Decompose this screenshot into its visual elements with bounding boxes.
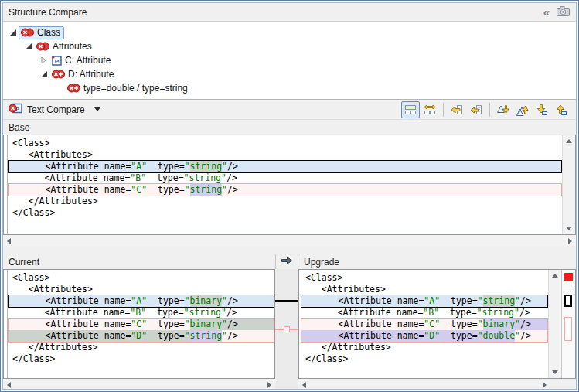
tree-selection[interactable]: Class — [19, 26, 64, 39]
scroll-down-icon[interactable] — [552, 370, 558, 374]
overview-separator — [563, 285, 574, 285]
diff-connector-selected — [275, 300, 298, 302]
previous-difference-button[interactable] — [513, 101, 532, 118]
tree-item[interactable]: Attributes — [3, 39, 576, 53]
overview-ruler — [561, 270, 575, 378]
selected-diff-block[interactable]: <Attribute name="A" type="string"/> — [301, 295, 548, 308]
text-compare-header: e Text Compare — [3, 99, 576, 120]
overview-selected-diff-marker[interactable] — [564, 295, 572, 307]
code-line: <Attribute name="A" type="binary"/> — [9, 295, 274, 307]
compare-editor-content: Structure Compare « ClassAttributeseC: A… — [2, 2, 577, 390]
chevron-expanded-icon[interactable] — [39, 70, 49, 78]
diff-connector-column — [275, 269, 298, 379]
scroll-right-icon[interactable] — [543, 382, 547, 388]
chevron-expanded-icon[interactable] — [8, 29, 19, 36]
code-line: <Attribute name="A" type="string"/> — [9, 161, 561, 172]
code-line: </Attributes> — [8, 196, 562, 207]
selected-diff-block[interactable]: <Attribute name="A" type="string"/> — [8, 160, 562, 173]
scroll-left-icon[interactable] — [7, 238, 11, 244]
tree-item[interactable]: Class — [3, 26, 576, 39]
code-line: <Attribute name="C" type="binary"/> — [301, 319, 547, 330]
code-line: <Class> — [8, 138, 562, 149]
code-line: <Class> — [301, 272, 548, 284]
code-line: <Attribute name="D" type="double"/> — [301, 330, 547, 342]
upgrade-pane-title: Upgrade — [304, 257, 339, 268]
code-line: </Class> — [8, 207, 562, 219]
chevron-right-icon[interactable] — [39, 56, 49, 64]
scroll-down-icon[interactable] — [566, 227, 572, 230]
upgrade-vertical-scrollbar[interactable] — [548, 270, 561, 378]
element-icon: e — [52, 56, 62, 66]
change-direction-cell — [275, 254, 298, 269]
code-line: <Attribute name="C" type="string"/> — [9, 184, 561, 196]
conflict-diff-block[interactable]: <Attribute name="C" type="string"/> — [8, 183, 562, 196]
tree-item[interactable]: D: Attribute — [3, 67, 576, 81]
copy-current-right-to-left-button[interactable] — [467, 101, 485, 118]
code-line: <Attribute name="D" type="string"/> — [9, 330, 274, 342]
scroll-up-icon[interactable] — [552, 274, 558, 278]
current-pane-title: Current — [9, 257, 39, 268]
upgrade-code-area[interactable]: <Class> <Attributes> <Attribute name="A"… — [299, 270, 548, 378]
structure-compare-tree[interactable]: ClassAttributeseC: AttributeD: Attribute… — [3, 22, 576, 99]
snapshot-camera-icon[interactable] — [557, 6, 570, 19]
tree-item[interactable]: eC: Attribute — [3, 53, 576, 67]
scrollbar-gap — [275, 379, 298, 390]
chevron-expanded-icon[interactable] — [23, 43, 34, 50]
code-line: </Class> — [301, 353, 548, 365]
current-editor[interactable]: <Class> <Attributes> <Attribute name="A"… — [3, 269, 275, 379]
ancestor-pane-toggle-button[interactable] — [401, 101, 420, 118]
tree-item-content[interactable]: eC: Attribute — [49, 54, 114, 67]
tree-item[interactable]: type=double / type=string — [3, 81, 576, 95]
pane-splitter[interactable] — [3, 247, 576, 254]
selected-diff-block[interactable]: <Attribute name="A" type="binary"/> — [8, 295, 274, 308]
tree-item-label: Attributes — [53, 41, 92, 52]
bottom-pane-body: <Class> <Attributes> <Attribute name="A"… — [3, 269, 576, 379]
tree-item-content[interactable]: Attributes — [34, 40, 96, 53]
swap-panes-button[interactable] — [421, 101, 439, 118]
tree-item-label: Class — [37, 27, 60, 38]
scroll-right-icon[interactable] — [568, 238, 572, 244]
conflict-diff-block[interactable]: <Attribute name="C" type="binary"/> <Att… — [301, 318, 548, 343]
upgrade-editor[interactable]: <Class> <Attributes> <Attribute name="A"… — [298, 269, 576, 379]
collapse-all-icon[interactable]: « — [543, 6, 550, 18]
code-line: <Attributes> — [8, 149, 562, 161]
scrollbar-corner — [550, 379, 576, 390]
conflict-icon — [36, 42, 49, 51]
code-line: <Class> — [8, 272, 274, 284]
next-difference-button[interactable] — [494, 101, 513, 118]
scroll-left-icon[interactable] — [7, 382, 11, 388]
code-line: <Attributes> — [301, 284, 548, 295]
current-horizontal-scrollbar[interactable] — [3, 379, 275, 390]
change-direction-icon[interactable] — [281, 256, 293, 268]
text-compare-title[interactable]: Text Compare — [27, 104, 85, 115]
tree-item-label: D: Attribute — [68, 69, 114, 80]
scroll-up-icon[interactable] — [566, 139, 572, 143]
overview-conflict-marker[interactable] — [564, 317, 572, 341]
text-compare-icon: e — [9, 103, 22, 116]
tree-item-label: type=double / type=string — [83, 83, 188, 94]
previous-change-button[interactable] — [552, 101, 570, 118]
code-line: </Attributes> — [8, 342, 274, 353]
overview-conflict-indicator[interactable] — [564, 273, 573, 281]
base-editor[interactable]: <Class> <Attributes> <Attribute name="A"… — [3, 135, 576, 235]
base-code-area[interactable]: <Class> <Attributes> <Attribute name="A"… — [8, 135, 562, 234]
chevron-down-icon[interactable] — [94, 107, 100, 111]
next-change-button[interactable] — [533, 101, 551, 118]
code-line: <Attribute name="B" type="string"/> — [301, 307, 548, 319]
base-horizontal-scrollbar[interactable] — [3, 235, 576, 247]
code-line: <Attribute name="A" type="string"/> — [301, 295, 547, 307]
conflict-add-icon — [67, 84, 80, 93]
conflict-add-icon — [52, 70, 65, 79]
base-vertical-scrollbar[interactable] — [562, 135, 575, 234]
copy-all-right-to-left-button[interactable] — [448, 101, 466, 118]
upgrade-pane-label: Upgrade — [298, 254, 576, 269]
conflict-diff-block[interactable]: <Attribute name="C" type="binary"/> <Att… — [8, 318, 274, 343]
scroll-right-icon[interactable] — [267, 382, 271, 388]
scroll-left-icon[interactable] — [302, 382, 306, 388]
tree-item-content[interactable]: D: Attribute — [49, 68, 118, 81]
conflict-connector-handle[interactable] — [284, 326, 290, 332]
current-code-area[interactable]: <Class> <Attributes> <Attribute name="A"… — [8, 270, 274, 378]
upgrade-horizontal-scrollbar[interactable] — [298, 379, 550, 390]
bottom-scrollbars — [3, 379, 576, 390]
tree-item-content[interactable]: type=double / type=string — [65, 82, 192, 95]
